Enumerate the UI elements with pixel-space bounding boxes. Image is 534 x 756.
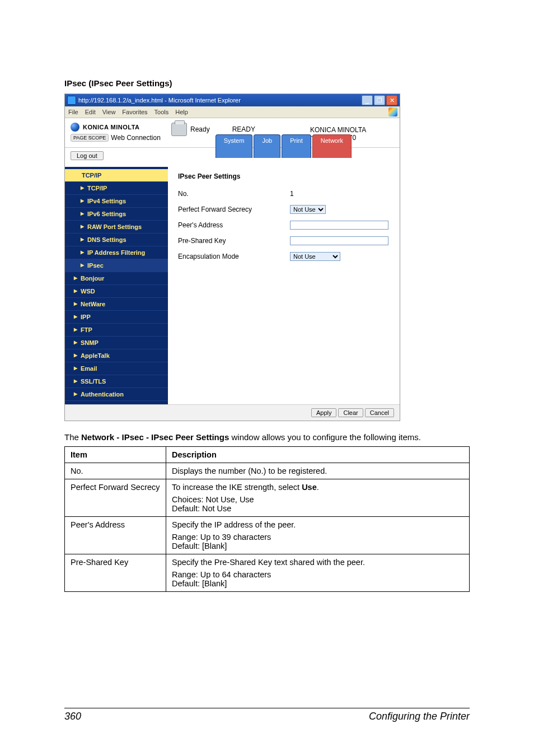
sidebar-item-label: Bonjour [81, 275, 104, 282]
table-cell-desc: Specify the Pre-Shared Key text shared w… [166, 554, 470, 592]
sidebar-item-label: SNMP [81, 339, 99, 346]
triangle-right-icon: ▶ [81, 185, 84, 190]
status-ready-small: Ready [190, 125, 210, 133]
pfs-select[interactable]: Not Use [290, 205, 326, 214]
desc-text: To increase the IKE strength, select [172, 483, 302, 492]
field-label-pfs: Perfect Forward Secrecy [178, 206, 290, 213]
clear-button[interactable]: Clear [338, 408, 363, 417]
sidebar-item-ftp[interactable]: ▶FTP [65, 324, 168, 337]
footer-rule [64, 708, 470, 708]
tab-system[interactable]: System [216, 134, 253, 158]
sidebar-item-ipv6[interactable]: ▶IPv6 Settings [65, 208, 168, 221]
triangle-right-icon: ▶ [74, 366, 77, 371]
table-cell-item: Perfect Forward Secrecy [65, 479, 166, 517]
table-cell-desc: Displays the number (No.) to be register… [166, 463, 470, 479]
sidebar-item-label: FTP [81, 326, 92, 333]
pre-shared-key-input[interactable] [290, 236, 388, 245]
menu-view[interactable]: View [102, 109, 116, 115]
sidebar-item-label: RAW Port Settings [87, 223, 142, 230]
sidebar-item-label: Authentication [81, 391, 124, 398]
window-title: http://192.168.1.2/a_index.html - Micros… [78, 97, 241, 104]
logout-button[interactable]: Log out [71, 151, 104, 160]
ie-throbber-icon [388, 108, 397, 116]
table-header-item: Item [65, 447, 166, 463]
sidebar-item-ipsec[interactable]: ▶IPsec [65, 259, 168, 272]
sidebar-item-snmp[interactable]: ▶SNMP [65, 337, 168, 349]
table-cell-item: Peer's Address [65, 517, 166, 554]
field-value-no: 1 [290, 190, 294, 198]
sidebar-group-tcpip[interactable]: ▼ TCP/IP [65, 169, 168, 182]
triangle-right-icon: ▶ [81, 211, 84, 216]
apply-button[interactable]: Apply [311, 408, 337, 417]
triangle-right-icon: ▶ [74, 327, 77, 332]
desc-line: Specify the IP address of the peer. [172, 520, 463, 529]
triangle-right-icon: ▶ [74, 301, 77, 306]
screenshot-window: http://192.168.1.2/a_index.html - Micros… [64, 94, 400, 421]
caption-suffix: window allows you to configure the follo… [229, 432, 421, 442]
sidebar-item-label: DNS Settings [87, 236, 127, 243]
sidebar-item-bonjour[interactable]: ▶Bonjour [65, 272, 168, 285]
sidebar-item-ipp[interactable]: ▶IPP [65, 311, 168, 324]
sidebar-item-label: IPP [81, 314, 91, 320]
tab-print[interactable]: Print [282, 134, 311, 158]
sidebar-item-ssltls[interactable]: ▶SSL/TLS [65, 375, 168, 388]
sidebar-item-label: NetWare [81, 301, 105, 307]
triangle-right-icon: ▶ [74, 314, 77, 319]
sidebar-item-dns[interactable]: ▶DNS Settings [65, 234, 168, 246]
menu-help[interactable]: Help [175, 109, 188, 115]
triangle-right-icon: ▶ [74, 353, 77, 358]
field-label-peer-address: Peer's Address [178, 221, 290, 229]
sidebar-item-wsd[interactable]: ▶WSD [65, 285, 168, 298]
konica-minolta-logo-icon [71, 123, 79, 132]
cancel-button[interactable]: Cancel [365, 408, 394, 417]
triangle-right-icon: ▶ [74, 276, 77, 281]
menu-edit[interactable]: Edit [85, 109, 96, 115]
sidebar-item-label: SSL/TLS [81, 378, 106, 385]
triangle-right-icon: ▶ [74, 379, 77, 384]
window-minimize-button[interactable]: ‗ [362, 95, 373, 105]
peer-address-input[interactable] [290, 221, 388, 230]
sidebar-item-ipv4[interactable]: ▶IPv4 Settings [65, 195, 168, 208]
triangle-right-icon: ▶ [81, 263, 84, 268]
description-table: Item Description No. Displays the number… [64, 446, 470, 592]
sidebar-item-label: IPsec [87, 262, 104, 269]
ie-icon [67, 96, 76, 105]
table-row: Pre-Shared Key Specify the Pre-Shared Ke… [65, 554, 470, 592]
footer-title: Configuring the Printer [369, 711, 470, 722]
pagescope-text: Web Connection [111, 134, 161, 142]
sidebar-item-appletalk[interactable]: ▶AppleTalk [65, 349, 168, 362]
tab-network[interactable]: Network [312, 134, 352, 158]
caption-prefix: The [64, 432, 81, 442]
table-cell-desc: To increase the IKE strength, select Use… [166, 479, 470, 517]
page-number: 360 [64, 711, 81, 722]
sidebar-item-label: IPv4 Settings [87, 198, 126, 204]
table-cell-item: No. [65, 463, 166, 479]
sidebar-item-netware[interactable]: ▶NetWare [65, 298, 168, 311]
window-close-button[interactable]: ✕ [386, 95, 397, 105]
section-heading: IPsec (IPsec Peer Settings) [64, 78, 470, 88]
field-label-no: No. [178, 190, 290, 198]
menu-tools[interactable]: Tools [154, 109, 169, 115]
sidebar-item-tcpip[interactable]: ▶TCP/IP [65, 182, 168, 195]
window-maximize-button[interactable]: ❐ [374, 95, 385, 105]
pagescope-badge: PAGE SCOPE [71, 134, 109, 142]
table-cell-desc: Specify the IP address of the peer. Rang… [166, 517, 470, 554]
sidebar-item-authentication[interactable]: ▶Authentication [65, 388, 168, 401]
pane-title: IPsec Peer Settings [178, 172, 393, 180]
table-row: No. Displays the number (No.) to be regi… [65, 463, 470, 479]
sidebar-item-ipfilter[interactable]: ▶IP Address Filtering [65, 246, 168, 259]
encapsulation-mode-select[interactable]: Not Use [290, 252, 340, 261]
desc-line: Default: Not Use [172, 504, 463, 513]
menu-favorites[interactable]: Favorites [122, 109, 147, 115]
table-cell-item: Pre-Shared Key [65, 554, 166, 592]
sidebar-item-rawport[interactable]: ▶RAW Port Settings [65, 221, 168, 234]
sidebar-item-email[interactable]: ▶Email [65, 362, 168, 375]
field-label-encap: Encapsulation Mode [178, 253, 290, 260]
desc-text: . [317, 483, 319, 492]
status-ready-big: READY [232, 125, 255, 133]
triangle-right-icon: ▶ [74, 391, 77, 396]
menu-file[interactable]: File [68, 109, 78, 115]
tab-job[interactable]: Job [254, 134, 280, 158]
table-row: Perfect Forward Secrecy To increase the … [65, 479, 470, 517]
printer-icon [171, 123, 187, 136]
